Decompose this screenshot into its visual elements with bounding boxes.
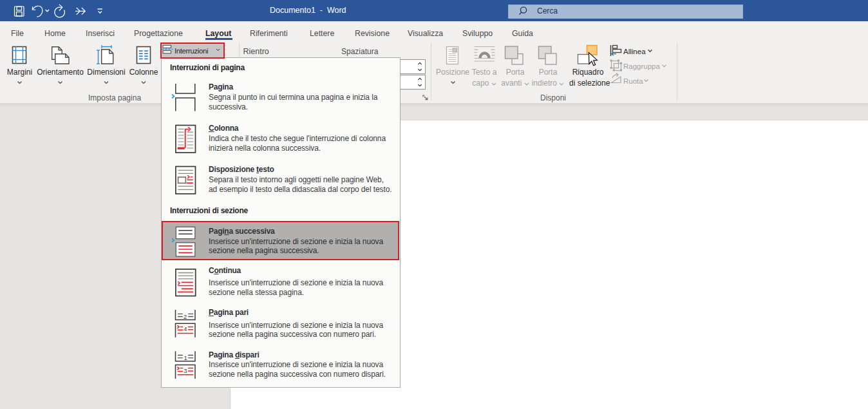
svg-text:3: 3	[184, 367, 187, 374]
svg-text:1: 1	[184, 354, 187, 361]
svg-text:4: 4	[184, 325, 187, 332]
svg-text:2: 2	[184, 313, 187, 320]
